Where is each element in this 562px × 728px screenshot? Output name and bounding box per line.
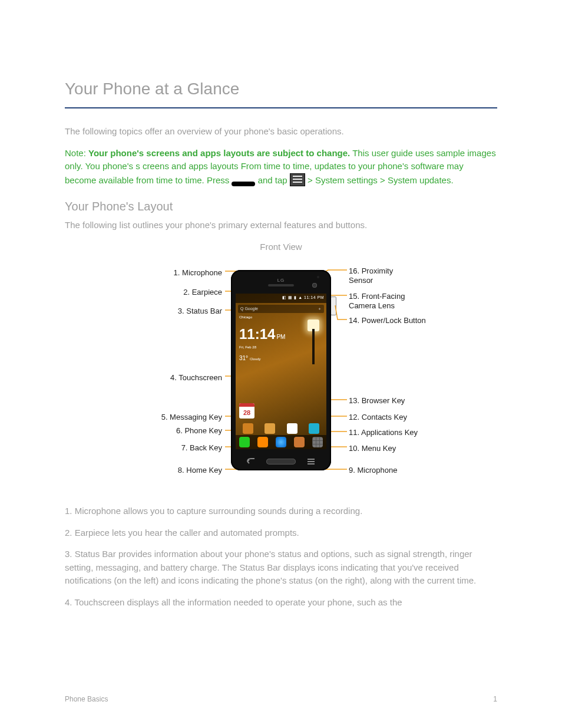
status-time: 11:14 PM: [304, 295, 324, 299]
status-bar: ◧ ▦ ▮ ▲ 11:14 PM: [236, 294, 326, 303]
phone-illustration: LG ◧ ▦ ▮ ▲ 11:14 PM Q Google ＋ Chicago 1…: [231, 270, 331, 470]
back-key-icon: [246, 457, 256, 466]
home-key-icon: [232, 182, 255, 186]
calendar-widget: 28: [239, 403, 254, 419]
label-13-browser: 13. Browser Key: [349, 395, 405, 407]
desc-2: 2. Earpiece lets you hear the caller and…: [65, 526, 497, 540]
label-16-proximity-b: Sensor: [349, 275, 373, 286]
note-and-tap: and tap: [258, 175, 290, 185]
clock-time: 11:14: [239, 326, 275, 342]
weather-cond: Cloudy: [250, 357, 261, 361]
power-button-illustration: [330, 297, 336, 315]
front-view-label: Front View: [65, 241, 497, 254]
note-p1b: creens and apps layouts: [143, 161, 241, 171]
messaging-key-icon: [257, 437, 268, 447]
desc-4: 4. Touchscreen displays all the informat…: [65, 596, 497, 610]
phone-screen: ◧ ▦ ▮ ▲ 11:14 PM Q Google ＋ Chicago 11:1…: [236, 294, 326, 449]
search-text: Q Google: [240, 307, 258, 311]
label-9-microphone: 9. Microphone: [349, 465, 397, 476]
label-2-earpiece: 2. Earpiece: [183, 286, 222, 298]
apps-key-icon: [312, 437, 323, 447]
app-icon-4: [309, 423, 319, 434]
menu-key-soft-icon: [306, 457, 316, 466]
weather-temp: 31°: [239, 355, 248, 361]
app-icon-2: [265, 423, 275, 434]
diagram-intro: The following list outlines your phone's…: [65, 219, 497, 232]
label-6-phone: 6. Phone Key: [176, 425, 222, 437]
browser-key-icon: [276, 437, 286, 447]
label-10-menu: 10. Menu Key: [349, 443, 396, 454]
clock-ampm: PM: [276, 334, 285, 340]
page-footer: Phone Basics 1: [65, 694, 497, 704]
phone-diagram: 1. Microphone 2. Earpiece 3. Status Bar …: [128, 258, 434, 494]
note-paragraph: Note: Your phone's screens and apps layo…: [65, 147, 497, 187]
document-page: Your Phone at a Glance The following top…: [0, 0, 562, 728]
search-bar: Q Google ＋: [238, 305, 324, 313]
contacts-key-icon: [294, 437, 305, 447]
label-1-microphone: 1. Microphone: [174, 267, 222, 279]
proximity-sensor-dot: [317, 276, 319, 278]
label-15-camera-b: Camera Lens: [349, 300, 395, 312]
status-icons: ◧ ▦ ▮ ▲: [282, 295, 304, 299]
calendar-day: 28: [243, 409, 250, 416]
footer-right: 1: [493, 694, 497, 704]
dock-row: [236, 435, 326, 449]
note-prefix: Note:: [65, 148, 88, 158]
note-p2-end: > System settings > System updates.: [308, 175, 454, 185]
label-5-messaging: 5. Messaging Key: [161, 411, 222, 423]
front-camera-dot: [312, 283, 317, 288]
label-7-back: 7. Back Key: [181, 442, 222, 454]
add-icon: ＋: [318, 305, 322, 313]
app-icon-3: [287, 423, 297, 434]
earpiece-slot: [268, 284, 294, 286]
label-8-home: 8. Home Key: [178, 465, 222, 476]
desc-3: 3. Status Bar provides information about…: [65, 548, 497, 588]
streetlamp-illustration: [298, 317, 322, 364]
page-title: Your Phone at a Glance: [65, 77, 497, 101]
title-rule: [65, 107, 497, 108]
app-shortcut-row: [236, 422, 326, 435]
app-icon-1: [243, 423, 253, 434]
intro-paragraph: The following topics offer an overview o…: [65, 125, 497, 139]
label-14-power: 14. Power/Lock Button: [349, 315, 426, 327]
label-11-apps: 11. Applications Key: [349, 427, 418, 439]
menu-key-icon: [290, 173, 305, 186]
footer-left: Phone Basics: [65, 694, 108, 704]
desc-1: 1. Microphone allows you to capture surr…: [65, 505, 497, 518]
phone-key-icon: [239, 437, 250, 447]
label-4-touchscreen: 4. Touchscreen: [170, 372, 222, 384]
section-heading: Your Phone's Layout: [65, 197, 497, 215]
label-12-contacts: 12. Contacts Key: [349, 411, 407, 423]
home-key-button: [266, 459, 296, 465]
label-3-status-bar: 3. Status Bar: [178, 305, 222, 317]
note-bold: Your phone's screens and apps layouts ar…: [88, 148, 350, 158]
